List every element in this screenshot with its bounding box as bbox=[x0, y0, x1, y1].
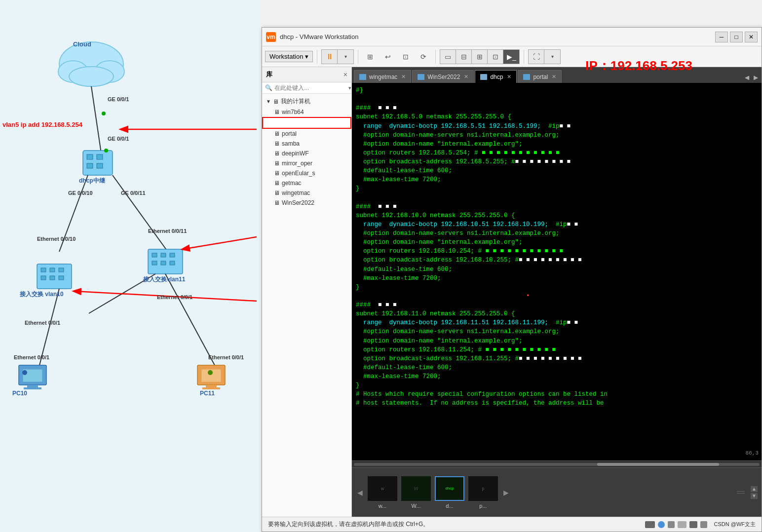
tab-portal[interactable]: portal ✕ bbox=[518, 70, 562, 83]
tab-portal-label: portal bbox=[533, 74, 548, 80]
fullscreen-dropdown[interactable]: ▾ bbox=[544, 50, 560, 64]
tree-item-wingetmac-label: wingetmac bbox=[282, 190, 347, 196]
main-area: 库 × 🔍 ▾ ▼ 🖥 我的计算机 🖥 win7b64 bbox=[262, 67, 762, 517]
if-label-6: Ethernet 0/0/11 bbox=[148, 228, 187, 234]
view-controls: ▭ ⊟ ⊞ ⊡ ▶_ bbox=[440, 49, 520, 64]
title-bar: vm dhcp - VMware Workstation ─ □ ✕ bbox=[262, 28, 762, 46]
tab-wingetmac-label: wingetmac bbox=[369, 74, 397, 80]
svg-rect-18 bbox=[170, 261, 175, 265]
network-diagram-bg: Cloud dhcp中继 接入交换vlan11 接入交换 vlan10 PC10… bbox=[0, 0, 262, 532]
svg-line-38 bbox=[183, 237, 257, 249]
terminal-scrollbar[interactable] bbox=[352, 460, 762, 467]
tree-item-deepinwf-label: deepinWF bbox=[282, 150, 347, 157]
view-unity-button[interactable]: ⊟ bbox=[456, 50, 472, 64]
thumbnail-winser2022[interactable]: W W... bbox=[401, 476, 431, 509]
terminal[interactable]: #} #### ■ ■ ■ subnet 192.168.5.0 netmask… bbox=[352, 83, 762, 460]
close-button[interactable]: ✕ bbox=[745, 32, 758, 42]
tab-winser2022[interactable]: WinSer2022 ✕ bbox=[412, 70, 474, 83]
if-label-9: Ethernet 0/0/1 bbox=[208, 354, 244, 360]
vmware-icon: vm bbox=[266, 32, 276, 42]
csdn-watermark: CSDN @WF文主 bbox=[714, 521, 756, 528]
tree-item-deepinwf[interactable]: 🖥 deepinWF bbox=[262, 149, 351, 158]
tree-item-wingetmac[interactable]: 🖥 wingetmac bbox=[262, 188, 351, 198]
library-search-input[interactable] bbox=[274, 84, 348, 91]
if-label-5: Ethernet 0/0/10 bbox=[37, 236, 76, 242]
workstation-menu[interactable]: Workstation ▾ bbox=[265, 51, 313, 62]
pause-dropdown[interactable]: ▾ bbox=[338, 50, 353, 64]
tree-root[interactable]: ▼ 🖥 我的计算机 bbox=[262, 96, 351, 107]
svg-rect-32 bbox=[24, 387, 41, 389]
tree-item-winser2022[interactable]: 🖥 WinSer2022 bbox=[262, 198, 351, 208]
tree-item-portal[interactable]: 🖥 portal bbox=[262, 129, 351, 139]
if-label-4: GE 0/0/11 bbox=[121, 190, 146, 196]
dhcp-router-label: dhcp中继 bbox=[79, 177, 105, 185]
tabs-next-button[interactable]: ▶ bbox=[752, 72, 760, 83]
tree-item-getmac[interactable]: 🖥 getmac bbox=[262, 178, 351, 188]
svg-rect-14 bbox=[161, 253, 166, 257]
ip-annotation: IP：192.168.5.253 bbox=[585, 57, 692, 75]
scroll-thumb[interactable] bbox=[597, 463, 719, 466]
switch2-label: 接入交换 vlan10 bbox=[20, 290, 64, 299]
thumbnail-portal[interactable]: p p... bbox=[468, 476, 498, 509]
svg-point-41 bbox=[208, 370, 213, 375]
tree-item-samba[interactable]: 🖥 samba bbox=[262, 139, 351, 149]
cloud-label: Cloud bbox=[73, 40, 91, 48]
fullscreen-button[interactable]: ⛶ bbox=[529, 50, 544, 64]
tree-item-dhcp[interactable]: 🖥 dhcp bbox=[262, 117, 351, 129]
snapshot-button[interactable]: ⊞ bbox=[362, 50, 378, 64]
svg-line-10 bbox=[113, 175, 168, 252]
view-full-button[interactable]: ⊞ bbox=[472, 50, 488, 64]
tabs-prev-button[interactable]: ◀ bbox=[743, 72, 751, 83]
tree-item-openeular-label: openEular_s bbox=[282, 170, 347, 177]
view-terminal-button[interactable]: ▶_ bbox=[503, 50, 519, 64]
tab-dhcp-close[interactable]: ✕ bbox=[507, 74, 511, 80]
search-dropdown-btn[interactable]: ▾ bbox=[348, 85, 351, 91]
status-icons: CSDN @WF文主 bbox=[645, 521, 756, 528]
thumbnail-wingetmac[interactable]: w w... bbox=[368, 476, 397, 509]
revert-button[interactable]: ↩ bbox=[380, 50, 396, 64]
svg-rect-21 bbox=[50, 268, 55, 272]
tab-wingetmac-close[interactable]: ✕ bbox=[401, 74, 406, 80]
tab-portal-close[interactable]: ✕ bbox=[552, 74, 556, 80]
pause-button[interactable]: ⏸ bbox=[322, 50, 338, 64]
thumbnail-dhcp[interactable]: dhcp d... bbox=[435, 476, 464, 509]
toolbar-separator-3 bbox=[435, 50, 436, 64]
status-icon-4 bbox=[678, 521, 686, 528]
view-normal-button[interactable]: ▭ bbox=[440, 50, 456, 64]
if-label-10: Ethernet 0/0/1 bbox=[14, 354, 49, 360]
thumbnail-dhcp-preview: dhcp bbox=[435, 476, 464, 501]
workstation-dropdown-icon: ▾ bbox=[305, 53, 308, 60]
thumbnail-scroll-right-button[interactable]: ▶ bbox=[502, 480, 510, 505]
svg-rect-31 bbox=[27, 385, 38, 387]
switch1-label: 接入交换vlan11 bbox=[143, 275, 185, 284]
library-header: 库 × bbox=[262, 67, 351, 82]
svg-rect-25 bbox=[59, 276, 64, 280]
library-search-bar: 🔍 ▾ bbox=[262, 82, 351, 94]
tree-root-label: 我的计算机 bbox=[281, 97, 347, 106]
library-title: 库 bbox=[266, 70, 343, 79]
thumbnail-scroll-left-button[interactable]: ◀ bbox=[356, 480, 364, 505]
suspend-button[interactable]: ⊡ bbox=[398, 50, 414, 64]
thumbnail-down-button[interactable]: ▼ bbox=[751, 493, 758, 499]
scroll-track[interactable] bbox=[354, 463, 760, 466]
view-tab-button[interactable]: ⊡ bbox=[488, 50, 503, 64]
tab-dhcp[interactable]: dhcp ✕ bbox=[475, 70, 517, 83]
tab-winser2022-close[interactable]: ✕ bbox=[464, 74, 468, 80]
tree-item-openeular[interactable]: 🖥 openEular_s bbox=[262, 168, 351, 178]
svg-line-26 bbox=[39, 289, 59, 365]
tab-wingetmac[interactable]: wingetmac ✕ bbox=[354, 70, 411, 83]
restart-button[interactable]: ⟳ bbox=[416, 50, 431, 64]
tree-item-mirror[interactable]: 🖥 mirror_oper bbox=[262, 158, 351, 168]
tree-item-win7b64-label: win7b64 bbox=[282, 109, 347, 115]
pc11-label: PC11 bbox=[200, 390, 215, 397]
library-close-button[interactable]: × bbox=[343, 71, 347, 78]
status-icon-6 bbox=[700, 521, 707, 528]
tree-item-win7b64[interactable]: 🖥 win7b64 bbox=[262, 107, 351, 117]
maximize-button[interactable]: □ bbox=[730, 32, 743, 42]
vm-area: wingetmac ✕ WinSer2022 ✕ dhcp ✕ portal ✕ bbox=[352, 67, 762, 517]
tree-item-mirror-label: mirror_oper bbox=[282, 160, 347, 167]
svg-rect-24 bbox=[50, 276, 55, 280]
minimize-button[interactable]: ─ bbox=[715, 32, 728, 42]
svg-rect-15 bbox=[170, 253, 175, 257]
thumbnail-up-button[interactable]: ▲ bbox=[751, 486, 758, 492]
